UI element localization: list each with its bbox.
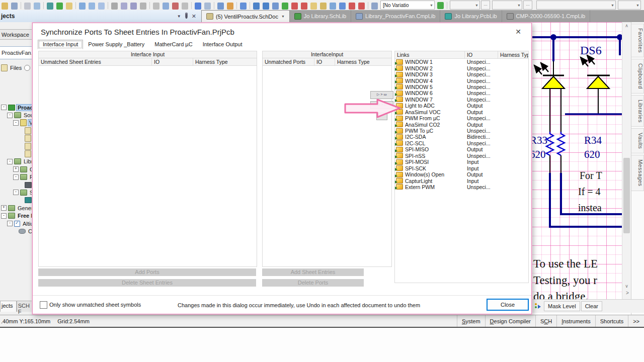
vertical-scrollbar[interactable]: ∧ ∨ (622, 22, 631, 299)
tree-row[interactable]: -Free Do (0, 212, 32, 219)
panel-tab[interactable]: jects (0, 301, 17, 312)
table-row[interactable]: WINDOW 3Unspeci... (395, 71, 528, 77)
column-header[interactable]: IO (152, 58, 193, 65)
links-table[interactable]: Links IO Harness Type WINDOW 1Unspeci...… (394, 51, 529, 283)
table-row[interactable]: SPI-nSSUnspeci... (395, 153, 528, 159)
add-ports-button[interactable]: Add Ports (38, 268, 256, 276)
tree-row[interactable] (0, 197, 32, 204)
tree-row[interactable]: -Librar (0, 158, 32, 165)
status-menu-sch[interactable]: SCH (535, 315, 556, 327)
browse-button-1[interactable]: ... (481, 1, 490, 10)
column-header[interactable]: Harness Type (335, 58, 391, 65)
collapse-icon[interactable]: - (1, 213, 7, 219)
zoom-fit-icon[interactable] (79, 3, 86, 10)
annotate-pencil-icon[interactable] (371, 3, 378, 10)
document-tab[interactable]: Library_ProactivFan.CmpLib (351, 10, 440, 22)
sheet-entries-table[interactable]: Interface Input Unmatched Sheet Entries … (38, 51, 257, 267)
column-header[interactable]: IO (465, 51, 498, 58)
print-icon[interactable] (24, 3, 31, 10)
tree-row[interactable]: +Gener (0, 204, 32, 212)
table-row[interactable]: WINDOW 1Unspeci... (395, 59, 528, 65)
pin-icon[interactable] (186, 14, 187, 19)
power-gnd-icon[interactable] (291, 3, 298, 10)
table-row[interactable]: I2C-SDABidirecti... (395, 134, 528, 140)
project-dropdown[interactable]: ProactivFan.Pr (0, 46, 32, 59)
clear-button[interactable]: Clear (581, 301, 602, 311)
only-show-unmatched-checkbox[interactable] (40, 301, 47, 309)
tree-row[interactable]: -Proactiv (0, 104, 32, 111)
table-row[interactable]: SPI-MOSIInput (395, 159, 528, 165)
column-header[interactable]: Links (395, 51, 465, 58)
selection-filter-icon[interactable] (534, 302, 543, 310)
dialog-tab[interactable]: Interface Output (198, 40, 248, 49)
sheet-entry-icon[interactable] (320, 3, 327, 10)
dialog-tab[interactable]: MatherCard µC (149, 40, 197, 49)
sheet-symbol-icon[interactable] (310, 3, 317, 10)
document-tab[interactable]: Jo Library.SchLib (290, 10, 351, 22)
collapse-icon[interactable]: - (1, 105, 7, 110)
collapse-icon[interactable]: - (7, 113, 13, 118)
redo-icon[interactable] (204, 3, 211, 10)
undo-icon[interactable] (195, 3, 201, 10)
tree-row[interactable] (0, 135, 32, 142)
empty-combo-4[interactable]: ▼ (618, 1, 641, 10)
tree-row[interactable]: -Sch (0, 189, 32, 196)
status-menu-system[interactable]: System (457, 315, 485, 327)
save-icon[interactable] (11, 3, 18, 10)
table-row[interactable]: SPI-SCKInput (395, 165, 528, 171)
browse-button-2[interactable]: ... (523, 1, 532, 10)
device-view-icon[interactable] (47, 3, 53, 10)
table-row[interactable]: WINDOW 2Unspeci... (395, 65, 528, 71)
deselect-all-icon[interactable] (182, 3, 188, 10)
empty-combo-2[interactable]: ▼ (492, 1, 522, 10)
tree-row[interactable] (0, 150, 32, 157)
tree-row[interactable]: CM (0, 227, 32, 235)
zoom-area-icon[interactable] (89, 3, 95, 10)
copy-icon[interactable] (121, 3, 127, 10)
power-vcc-icon[interactable] (301, 3, 307, 10)
delete-sheet-entries-button[interactable]: Delete Sheet Entries (38, 279, 256, 287)
empty-combo-1[interactable]: ▼ (450, 1, 480, 10)
clear-selection-icon[interactable] (172, 3, 179, 10)
no-erc-icon[interactable] (349, 3, 355, 10)
bus-icon[interactable] (263, 3, 269, 10)
variant-select[interactable]: [No Variatio ▼ (380, 1, 435, 10)
chevron-down-icon[interactable]: ▼ (281, 15, 285, 18)
dialog-close-icon[interactable]: ✕ (512, 26, 524, 37)
status-menu-instruments[interactable]: Instruments (556, 315, 595, 327)
column-header[interactable]: IO (314, 58, 335, 65)
dialog-tab[interactable]: Power Supply _Battery (83, 40, 149, 49)
table-row[interactable]: PWM From µCUnspeci... (395, 115, 528, 121)
part-icon[interactable] (282, 3, 288, 10)
panel-tab[interactable]: SCH F (17, 301, 32, 312)
mask-level-button[interactable]: Mask Level (544, 301, 580, 311)
panel-tab-clipboard[interactable]: Clipboard (631, 59, 644, 94)
select-area-icon[interactable] (153, 3, 159, 10)
filter-icon[interactable] (240, 3, 247, 10)
column-header[interactable]: Unmatched Sheet Entries (39, 58, 152, 65)
cut-icon[interactable] (111, 3, 118, 10)
table-row[interactable]: AnaSimul VOCOutput (395, 109, 528, 115)
document-tab[interactable]: CMP-2000-05590-1.CmpLib (502, 10, 591, 22)
pcb-board-icon[interactable] (56, 3, 63, 10)
status-menu-[interactable]: >> (628, 315, 644, 327)
collapse-icon[interactable]: - (13, 190, 19, 195)
move-icon[interactable] (163, 3, 169, 10)
scroll-down-icon[interactable]: ∨ (622, 283, 631, 291)
column-header[interactable]: Unmatched Ports (263, 58, 314, 65)
status-menu-designcompiler[interactable]: Design Compiler (485, 315, 535, 327)
tree-row[interactable]: -Sourc (0, 111, 32, 119)
tree-row[interactable]: -Altium (0, 220, 32, 227)
edit-icon[interactable] (227, 3, 233, 10)
status-menu-shortcuts[interactable]: Shortcuts (595, 315, 628, 327)
open-document-icon[interactable] (66, 3, 72, 10)
print-preview-icon[interactable] (34, 3, 40, 10)
tree-row[interactable]: -PC (0, 173, 32, 181)
panel-dropdown-icon[interactable]: ▼ (177, 14, 181, 19)
column-header[interactable]: Harness Type (498, 51, 528, 58)
table-row[interactable]: SPI-MISOOutput (395, 146, 528, 152)
tree-row[interactable] (0, 127, 32, 134)
scroll-right-icon[interactable]: > (624, 290, 631, 297)
workspace-dropdown[interactable]: Workspace ▼ (0, 29, 32, 40)
add-sheet-entries-button[interactable]: Add Sheet Entries (262, 268, 364, 276)
